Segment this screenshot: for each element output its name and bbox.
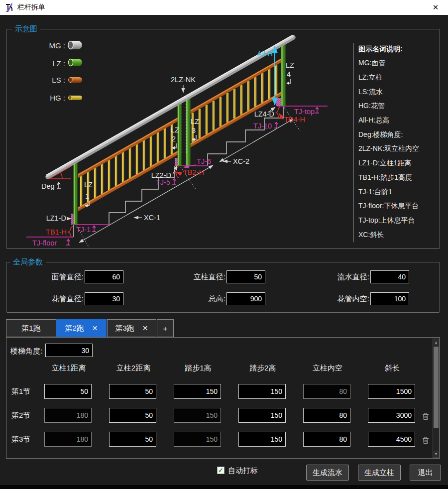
- param-label-hg-diameter: 花管直径:: [22, 292, 84, 305]
- cell-input[interactable]: [174, 384, 221, 399]
- terms-title: 图示名词说明:: [358, 42, 437, 56]
- row-label-3: 第3节: [11, 432, 30, 447]
- posts-lz: [75, 44, 285, 225]
- param-input-hg-diameter[interactable]: [85, 292, 123, 305]
- column-header: 立柱内空: [295, 364, 360, 373]
- term-item: TJ-floor:下休息平台: [358, 199, 437, 214]
- param-input-total-height[interactable]: [226, 292, 265, 305]
- param-label-lz-diameter: 立柱直径:: [164, 270, 225, 283]
- schematic-diagram: MG : LZ : LS : HG :: [6, 29, 349, 248]
- window-bottom-edge: [0, 485, 448, 489]
- diagram-label-tb4h: TB4-H: [284, 116, 305, 123]
- cell-input[interactable]: [44, 384, 92, 399]
- diagram-label-tj6: TJ-6: [197, 157, 211, 165]
- tab-run-1[interactable]: 第1跑: [6, 319, 56, 337]
- scroll-up-icon[interactable]: ▲: [433, 339, 439, 346]
- diagram-label-lz3-num: 3: [192, 126, 196, 134]
- legend-tube-lz: [68, 59, 82, 66]
- diagram-label-lz2-num: 2: [172, 135, 176, 143]
- auto-mark-checkbox[interactable]: ✓: [217, 467, 224, 474]
- diagram-label-lz2: LZ: [171, 126, 179, 134]
- app-icon: [4, 2, 14, 12]
- tab-add-button[interactable]: +: [157, 319, 174, 337]
- generate-lz-button[interactable]: 生成立柱: [358, 465, 401, 481]
- tj5-arrow-icon: [172, 179, 176, 185]
- window-close-button[interactable]: ✕: [430, 2, 441, 13]
- titlebar: 栏杆拆单 ✕: [0, 0, 448, 15]
- term-item: LS:流水: [358, 85, 437, 99]
- diagram-label-tj10: TJ-10: [253, 122, 272, 130]
- cell-input[interactable]: [109, 384, 156, 399]
- param-input-lz-diameter[interactable]: [226, 270, 265, 283]
- legend-tube-hg: [68, 96, 82, 100]
- delete-row-button[interactable]: [421, 436, 430, 445]
- cell-input[interactable]: [44, 432, 92, 447]
- terms-list: 图示名词说明: MG:面管 LZ:立柱 LS:流水 HG:花管 All-H:总高…: [358, 42, 437, 242]
- tab-label: 第1跑: [21, 324, 40, 333]
- cell-input[interactable]: [109, 432, 156, 447]
- param-label-mg-diameter: 面管直径:: [22, 270, 84, 283]
- diagram-label-all-h: All-H: [257, 50, 273, 58]
- cell-input[interactable]: [368, 432, 415, 447]
- stair-angle-label: 楼梯角度:: [10, 344, 42, 358]
- term-item: TJ-top:上休息平台: [358, 214, 437, 228]
- tab-label: 第3跑: [115, 324, 134, 333]
- param-input-hg-spacing[interactable]: [370, 292, 409, 305]
- tab-run-3[interactable]: 第3跑 ✕: [107, 319, 156, 337]
- cell-input[interactable]: [174, 408, 221, 423]
- cell-input[interactable]: [238, 384, 286, 399]
- diagram-label-2lz-nk: 2LZ-NK: [171, 76, 196, 84]
- tab-close-icon[interactable]: ✕: [142, 324, 148, 332]
- cell-input[interactable]: [303, 384, 350, 399]
- diagram-label-lz3: LZ: [191, 118, 199, 125]
- cell-input[interactable]: [238, 432, 286, 447]
- tab-close-icon[interactable]: ✕: [92, 324, 98, 332]
- table-scrollbar[interactable]: ▲ ▼: [433, 339, 440, 458]
- lz4-hook-icon: [286, 79, 291, 85]
- post4-base-hatch: [276, 98, 282, 106]
- legend-label-mg: MG :: [49, 41, 66, 50]
- param-label-hg-spacing: 花管内空:: [308, 292, 369, 305]
- cell-input[interactable]: [238, 408, 286, 423]
- diagram-label-tb2h: TB2-H: [183, 168, 204, 176]
- cell-input[interactable]: [368, 384, 415, 399]
- cell-input[interactable]: [368, 408, 415, 423]
- param-input-ls-diameter[interactable]: [370, 270, 409, 283]
- tb2h-arrow: [176, 172, 182, 174]
- tj10-arrow-icon: [274, 122, 278, 128]
- term-item: HG:花管: [358, 99, 437, 114]
- param-input-mg-diameter[interactable]: [85, 270, 123, 283]
- column-header: 立柱1距离: [36, 364, 101, 373]
- tb4h-brace: [276, 107, 280, 118]
- term-item: TB1-H:踏步1高度: [358, 171, 437, 185]
- scroll-down-icon[interactable]: ▼: [433, 451, 439, 457]
- nk-dashed-lines: [182, 95, 187, 154]
- generate-ls-button[interactable]: 生成流水: [306, 465, 349, 481]
- column-header: 斜长: [360, 364, 425, 373]
- run-panel: 楼梯角度: 立柱1距离 立柱2距离 踏步1高 踏步2高 立柱内空 斜长 第1节 …: [6, 337, 440, 459]
- scrollbar-thumb[interactable]: [434, 347, 439, 428]
- cell-input[interactable]: [44, 408, 92, 423]
- tab-run-2[interactable]: 第2跑 ✕: [56, 319, 107, 337]
- cell-input[interactable]: [174, 432, 221, 447]
- railing-breakdown-window: 栏杆拆单 ✕ 示意图: [0, 0, 448, 489]
- stair-angle-input[interactable]: [45, 344, 93, 357]
- diagram-label-xc2: XC-2: [233, 157, 249, 165]
- diagram-label-lz1-num: 1: [85, 192, 89, 200]
- cell-input[interactable]: [109, 408, 156, 423]
- diagram-label-deg: Deg: [41, 182, 55, 190]
- diagram-label-lz4d: LZ4-D: [254, 110, 274, 118]
- diagram-label-tb1h: TB1-H: [46, 228, 67, 236]
- tj1-arrow-icon: [92, 226, 96, 232]
- exit-button[interactable]: 退出: [410, 465, 441, 481]
- delete-row-button[interactable]: [421, 412, 430, 421]
- term-item: LZ:立柱: [358, 71, 437, 85]
- trash-icon: [422, 436, 430, 444]
- cell-input[interactable]: [303, 432, 350, 447]
- cell-input[interactable]: [303, 408, 350, 423]
- diagram-label-lz4: LZ: [286, 61, 294, 69]
- term-item: Deg:楼梯角度:: [358, 127, 437, 142]
- diagram-label-tjtop: TJ-top: [294, 108, 315, 116]
- tjtop-arrow-icon: [315, 108, 319, 114]
- legend-tube-mg: [68, 41, 82, 49]
